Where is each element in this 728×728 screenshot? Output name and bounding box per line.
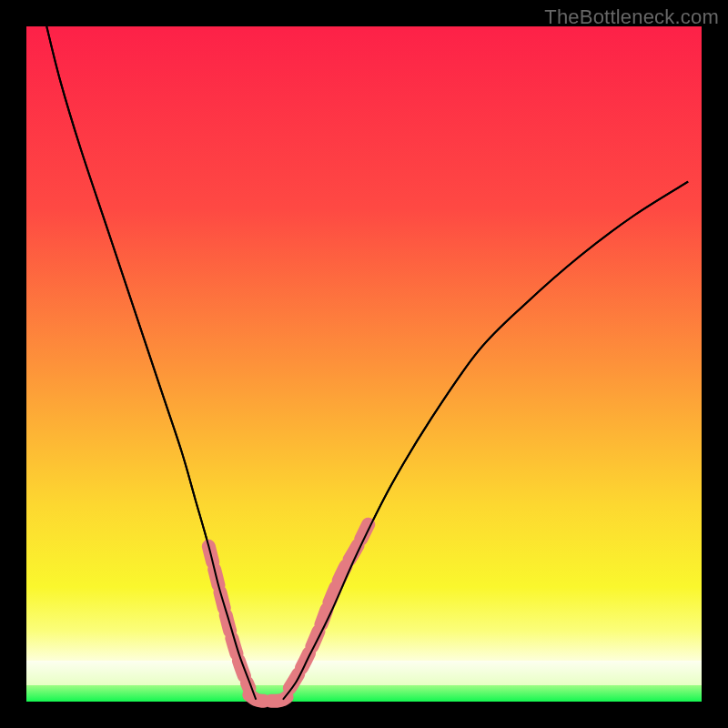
chart-root: TheBottleneck.com bbox=[0, 0, 728, 728]
series-right-branch bbox=[283, 182, 688, 700]
series-right-thick-pink bbox=[289, 520, 370, 689]
series-right-branch-overlay bbox=[283, 182, 688, 700]
plot-area bbox=[26, 26, 702, 702]
chart-curves bbox=[26, 26, 702, 702]
watermark: TheBottleneck.com bbox=[544, 5, 719, 29]
